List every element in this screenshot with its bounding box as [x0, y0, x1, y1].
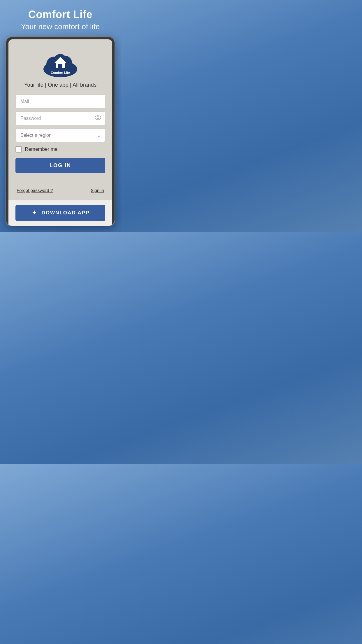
forgot-password-link[interactable]: Forgot password ?	[17, 188, 53, 193]
app-subtitle: Your new comfort of life	[21, 22, 100, 31]
toggle-password-icon[interactable]	[95, 115, 101, 121]
login-card: Comfort Life Your life | One app | All b…	[8, 39, 112, 200]
svg-point-7	[95, 116, 101, 120]
svg-point-8	[97, 117, 99, 119]
mail-field-group	[15, 94, 105, 108]
region-field-group: Select a region Europe America Asia ⌄	[15, 128, 105, 142]
remember-me-label: Remember me	[25, 146, 57, 152]
remember-me-row: Remember me	[15, 146, 105, 153]
app-title: Comfort Life	[21, 9, 100, 20]
app-header: Comfort Life Your new comfort of life	[15, 9, 106, 31]
tagline: Your life | One app | All brands	[15, 82, 105, 88]
region-select[interactable]: Select a region Europe America Asia	[15, 128, 105, 142]
svg-rect-5	[58, 64, 62, 68]
download-icon	[31, 209, 38, 216]
svg-text:Comfort Life: Comfort Life	[51, 71, 70, 74]
login-content: Comfort Life Your life | One app | All b…	[15, 48, 105, 193]
download-app-button[interactable]: DOWNLOAD APP	[15, 205, 105, 221]
device-frame: Comfort Life Your life | One app | All b…	[6, 36, 115, 226]
password-field-group	[15, 111, 105, 125]
app-logo: Comfort Life	[41, 48, 79, 77]
bottom-bar: DOWNLOAD APP	[8, 200, 112, 226]
links-row: Forgot password ? Sign in	[15, 188, 105, 193]
mail-input[interactable]	[15, 94, 105, 108]
sign-in-link[interactable]: Sign in	[91, 188, 104, 193]
svg-rect-9	[32, 215, 37, 215]
logo-container: Comfort Life	[15, 48, 105, 77]
remember-me-checkbox[interactable]	[15, 146, 22, 153]
login-button[interactable]: LOG IN	[15, 158, 105, 173]
download-button-label: DOWNLOAD APP	[41, 210, 89, 216]
password-input[interactable]	[15, 111, 105, 125]
